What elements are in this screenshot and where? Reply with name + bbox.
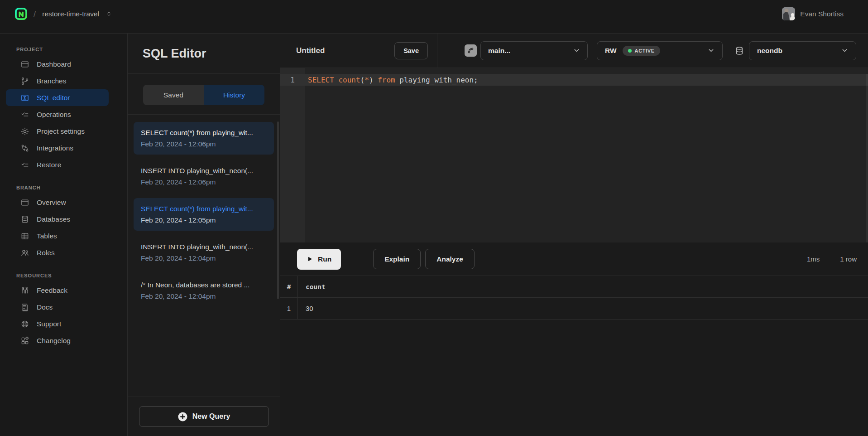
new-query-label: New Query xyxy=(192,412,230,421)
sidebar-item-sql-editor[interactable]: SQL editor xyxy=(6,89,109,106)
plus-circle-icon xyxy=(177,412,188,422)
sidebar-item-support[interactable]: Support xyxy=(6,315,109,332)
sidebar-item-roles[interactable]: Roles xyxy=(6,244,109,261)
history-timestamp: Feb 20, 2024 - 12:06pm xyxy=(141,138,267,150)
sidebar-item-overview[interactable]: Overview xyxy=(6,194,109,211)
roles-icon xyxy=(20,248,29,257)
sidebar-item-tables[interactable]: Tables xyxy=(6,228,109,244)
tab-history[interactable]: History xyxy=(204,85,264,105)
history-timestamp: Feb 20, 2024 - 12:05pm xyxy=(141,214,267,226)
table-icon xyxy=(20,232,29,241)
branch-selector[interactable]: main... xyxy=(480,41,588,60)
sidebar-item-feedback[interactable]: Feedback xyxy=(6,282,109,299)
sidebar-item-project-settings[interactable]: Project settings xyxy=(6,123,109,140)
results-header-row: # count xyxy=(280,276,868,298)
run-button[interactable]: Run xyxy=(297,249,341,270)
sidebar-item-label: Branches xyxy=(37,77,66,85)
sidebar-item-branches[interactable]: Branches xyxy=(6,73,109,89)
panel-header: SQL Editor xyxy=(128,34,280,74)
integrations-icon xyxy=(20,144,29,153)
user-avatar xyxy=(782,7,795,20)
compute-selector[interactable]: RW ACTIVE xyxy=(597,41,723,60)
chevron-down-icon xyxy=(573,47,580,54)
editor-main: Untitled Save main... RW ACT xyxy=(280,34,868,436)
sidebar: PROJECT Dashboard Branches SQL editor xyxy=(0,34,128,436)
history-timestamp: Feb 20, 2024 - 12:04pm xyxy=(141,291,267,302)
sidebar-item-label: Restore xyxy=(37,161,61,169)
play-icon xyxy=(307,256,313,262)
history-item-selected[interactable]: SELECT count(*) from playing_wit... Feb … xyxy=(134,198,274,231)
sidebar-item-label: Tables xyxy=(37,232,57,240)
gear-icon xyxy=(20,127,29,136)
topbar: / restore-time-travel Evan Shortiss xyxy=(0,0,868,34)
chevron-down-icon xyxy=(841,47,848,54)
query-title[interactable]: Untitled xyxy=(296,46,325,55)
editor-toolbar: Untitled Save main... RW ACT xyxy=(280,34,868,68)
history-item[interactable]: SELECT count(*) from playing_wit... Feb … xyxy=(134,122,274,155)
history-timestamp: Feb 20, 2024 - 12:04pm xyxy=(141,252,267,264)
explain-button[interactable]: Explain xyxy=(373,249,421,269)
sidebar-item-integrations[interactable]: Integrations xyxy=(6,140,109,156)
chevron-down-icon xyxy=(708,47,715,54)
sidebar-item-operations[interactable]: Operations xyxy=(6,106,109,123)
code-line-1[interactable]: 1 SELECT count(*) from playing_with_neon… xyxy=(280,74,868,86)
neon-logo[interactable] xyxy=(15,8,27,20)
operations-icon xyxy=(20,110,29,119)
sql-editor-icon xyxy=(20,93,29,102)
feedback-icon xyxy=(20,286,29,295)
chevron-up-down-icon[interactable] xyxy=(106,10,112,17)
sidebar-item-label: Changelog xyxy=(37,337,71,345)
sidebar-section-resources: RESOURCES xyxy=(16,273,121,278)
query-duration: 1ms xyxy=(807,255,820,263)
context-selectors: main... RW ACTIVE xyxy=(437,34,856,68)
sidebar-item-changelog[interactable]: Changelog xyxy=(6,332,109,349)
project-name[interactable]: restore-time-travel xyxy=(42,10,99,18)
dashboard-icon xyxy=(20,60,29,69)
history-query: INSERT INTO playing_with_neon(... xyxy=(141,241,267,252)
save-button[interactable]: Save xyxy=(394,42,428,59)
sidebar-item-databases[interactable]: Databases xyxy=(6,211,109,228)
breadcrumb-separator: / xyxy=(34,9,36,19)
sidebar-item-label: Integrations xyxy=(37,144,73,152)
query-title-section: Untitled Save xyxy=(280,34,437,68)
editor-scrollbar[interactable] xyxy=(866,74,868,242)
divider xyxy=(357,253,357,265)
docs-icon xyxy=(20,303,29,312)
branch-selector-value: main... xyxy=(488,47,510,55)
database-selector-value: neondb xyxy=(757,47,782,55)
tab-saved[interactable]: Saved xyxy=(143,85,204,105)
sidebar-item-docs[interactable]: Docs xyxy=(6,299,109,315)
history-scrollbar[interactable] xyxy=(277,121,279,299)
code-editor[interactable]: 1 SELECT count(*) from playing_with_neon… xyxy=(280,68,868,242)
branch-icon[interactable] xyxy=(465,44,477,57)
history-item[interactable]: INSERT INTO playing_with_neon(... Feb 20… xyxy=(134,160,274,193)
saved-history-tabs: Saved History xyxy=(143,85,264,105)
database-icon xyxy=(20,215,29,224)
table-row: 1 30 xyxy=(280,298,868,320)
new-query-button[interactable]: New Query xyxy=(139,406,269,427)
user-menu[interactable]: Evan Shortiss xyxy=(782,7,844,20)
sidebar-item-label: Docs xyxy=(37,303,53,311)
restore-icon xyxy=(20,160,29,170)
sidebar-item-restore[interactable]: Restore xyxy=(6,156,109,173)
history-query: /* In Neon, databases are stored ... xyxy=(141,279,267,291)
row-index: 1 xyxy=(280,298,298,319)
support-icon xyxy=(20,320,29,329)
history-item[interactable]: /* In Neon, databases are stored ... Feb… xyxy=(134,274,274,307)
database-selector[interactable]: neondb xyxy=(749,41,856,60)
history-timestamp: Feb 20, 2024 - 12:06pm xyxy=(141,176,267,188)
results-table: # count 1 30 xyxy=(280,276,868,320)
user-name: Evan Shortiss xyxy=(800,10,844,18)
overview-icon xyxy=(20,198,29,207)
analyze-button[interactable]: Analyze xyxy=(425,249,475,269)
sidebar-item-label: Dashboard xyxy=(37,60,71,68)
sidebar-item-dashboard[interactable]: Dashboard xyxy=(6,56,109,73)
history-query: SELECT count(*) from playing_wit... xyxy=(141,203,267,214)
sidebar-item-label: Operations xyxy=(37,111,71,119)
sql-query-text: SELECT count(*) from playing_with_neon; xyxy=(305,76,478,84)
history-query: SELECT count(*) from playing_wit... xyxy=(141,127,267,138)
page-title: SQL Editor xyxy=(143,47,206,61)
history-item[interactable]: INSERT INTO playing_with_neon(... Feb 20… xyxy=(134,236,274,269)
line-number-gutter xyxy=(280,68,305,242)
branches-icon xyxy=(20,77,29,86)
